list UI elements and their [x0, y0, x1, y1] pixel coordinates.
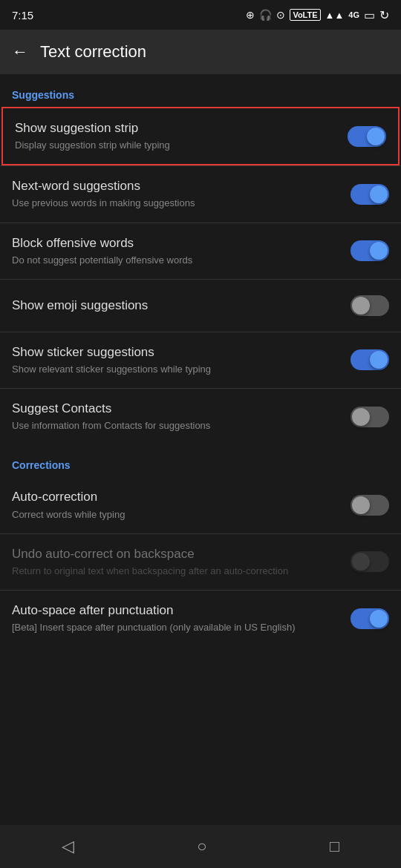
toggle-thumb-suggest-contacts [352, 408, 370, 426]
location-status-icon: ⊕ [246, 9, 255, 21]
setting-item-auto-space-punctuation[interactable]: Auto-space after punctuation[Beta] Inser… [0, 591, 401, 646]
setting-text-suggest-contacts: Suggest ContactsUse information from Con… [12, 401, 351, 433]
setting-subtitle-auto-correction: Correct words while typing [12, 508, 339, 522]
section-header-corrections: Corrections [0, 444, 401, 477]
setting-item-undo-auto-correct[interactable]: Undo auto-correct on backspaceReturn to … [0, 534, 401, 590]
setting-text-block-offensive-words: Block offensive wordsDo not suggest pote… [12, 235, 351, 267]
settings-content: SuggestionsShow suggestion stripDisplay … [0, 74, 401, 698]
setting-text-show-emoji-suggestions: Show emoji suggestions [12, 297, 351, 314]
top-bar: ← Text correction [0, 30, 401, 74]
setting-text-undo-auto-correct: Undo auto-correct on backspaceReturn to … [12, 546, 351, 578]
toggle-thumb-show-suggestion-strip [367, 128, 385, 145]
toggle-thumb-next-word-suggestions [370, 185, 388, 203]
setting-item-suggest-contacts[interactable]: Suggest ContactsUse information from Con… [0, 389, 401, 444]
setting-title-show-emoji-suggestions: Show emoji suggestions [12, 297, 339, 314]
setting-subtitle-block-offensive-words: Do not suggest potentially offensive wor… [12, 254, 339, 267]
section-header-suggestions: Suggestions [0, 74, 401, 107]
setting-title-show-sticker-suggestions: Show sticker suggestions [12, 344, 339, 361]
recent-nav-icon[interactable]: □ [330, 837, 339, 856]
setting-title-auto-correction: Auto-correction [12, 489, 339, 505]
four-g-icon: 4G [348, 10, 359, 19]
setting-title-next-word-suggestions: Next-word suggestions [12, 178, 339, 194]
signal-bars-icon: ▲▲ [325, 10, 345, 21]
status-bar: 7:15 ⊕ 🎧 ⊙ VoLTE ▲▲ 4G ▭ ↻ [0, 0, 401, 30]
setting-item-show-suggestion-strip[interactable]: Show suggestion stripDisplay suggestion … [1, 107, 400, 165]
battery-icon: ▭ [364, 8, 375, 22]
toggle-show-emoji-suggestions[interactable] [351, 295, 389, 317]
toggle-auto-correction[interactable] [351, 494, 389, 516]
sync-icon: ↻ [379, 8, 389, 22]
toggle-thumb-auto-correction [352, 496, 370, 514]
toggle-undo-auto-correct[interactable] [351, 550, 389, 573]
toggle-thumb-show-emoji-suggestions [352, 297, 370, 315]
nav-bar: ◁ ○ □ [0, 825, 401, 868]
setting-item-block-offensive-words[interactable]: Block offensive wordsDo not suggest pote… [0, 223, 401, 279]
setting-title-block-offensive-words: Block offensive words [12, 235, 339, 251]
setting-item-next-word-suggestions[interactable]: Next-word suggestionsUse previous words … [0, 166, 401, 222]
setting-subtitle-undo-auto-correct: Return to original text when backspacing… [12, 565, 339, 578]
toggle-auto-space-punctuation[interactable] [351, 608, 389, 630]
toggle-thumb-auto-space-punctuation [370, 610, 388, 628]
setting-text-show-sticker-suggestions: Show sticker suggestionsShow relevant st… [12, 344, 351, 376]
home-nav-icon[interactable]: ○ [197, 837, 206, 856]
setting-title-show-suggestion-strip: Show suggestion strip [15, 120, 336, 137]
status-time: 7:15 [12, 9, 33, 22]
setting-subtitle-show-suggestion-strip: Display suggestion strip while typing [15, 139, 336, 152]
setting-subtitle-suggest-contacts: Use information from Contacts for sugges… [12, 419, 339, 433]
headset-status-icon: 🎧 [259, 9, 272, 21]
setting-text-auto-correction: Auto-correctionCorrect words while typin… [12, 489, 351, 521]
toggle-suggest-contacts[interactable] [351, 406, 389, 428]
back-nav-icon[interactable]: ◁ [62, 837, 74, 856]
setting-subtitle-next-word-suggestions: Use previous words in making suggestions [12, 197, 339, 210]
toggle-next-word-suggestions[interactable] [351, 183, 389, 206]
setting-item-auto-correction[interactable]: Auto-correctionCorrect words while typin… [0, 477, 401, 533]
back-button[interactable]: ← [12, 42, 28, 62]
setting-text-next-word-suggestions: Next-word suggestionsUse previous words … [12, 178, 351, 210]
wifi-status-icon: ⊙ [276, 9, 285, 21]
setting-subtitle-auto-space-punctuation: [Beta] Insert space after punctuation (o… [12, 621, 339, 634]
toggle-show-suggestion-strip[interactable] [348, 125, 386, 148]
volte-icon: VoLTE [290, 9, 320, 21]
setting-item-show-emoji-suggestions[interactable]: Show emoji suggestions [0, 280, 401, 332]
setting-title-undo-auto-correct: Undo auto-correct on backspace [12, 546, 339, 562]
setting-title-auto-space-punctuation: Auto-space after punctuation [12, 602, 339, 619]
setting-text-auto-space-punctuation: Auto-space after punctuation[Beta] Inser… [12, 602, 351, 634]
setting-subtitle-show-sticker-suggestions: Show relevant sticker suggestions while … [12, 363, 339, 376]
setting-title-suggest-contacts: Suggest Contacts [12, 401, 339, 417]
setting-item-show-sticker-suggestions[interactable]: Show sticker suggestionsShow relevant st… [0, 332, 401, 388]
toggle-block-offensive-words[interactable] [351, 240, 389, 262]
setting-text-show-suggestion-strip: Show suggestion stripDisplay suggestion … [15, 120, 348, 152]
page-title: Text correction [40, 42, 146, 62]
status-icons: ⊕ 🎧 ⊙ VoLTE ▲▲ 4G ▭ ↻ [246, 8, 389, 22]
toggle-show-sticker-suggestions[interactable] [351, 349, 389, 371]
